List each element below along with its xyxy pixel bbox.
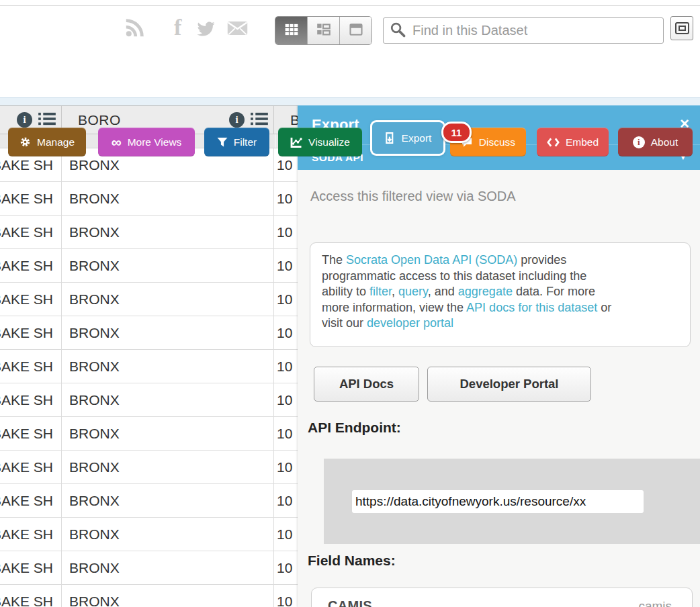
rich-list-view-icon — [317, 23, 331, 39]
grid-view-button[interactable] — [275, 17, 308, 44]
table-cell[interactable]: BAKE SH — [0, 383, 62, 416]
table-cell[interactable]: BAKE SH — [0, 451, 62, 483]
table-cell[interactable]: BAKE SH — [0, 417, 62, 450]
column-menu-icon[interactable] — [38, 112, 56, 128]
email-icon[interactable] — [227, 21, 248, 38]
soda-description-text: provides — [517, 253, 566, 267]
export-doc-icon — [384, 132, 396, 144]
page-view-button[interactable] — [340, 17, 371, 44]
field-names-label: Field Names: — [308, 553, 396, 569]
action-button-row: Manage ∞ More Views Filter Visualize Exp… — [0, 60, 700, 105]
about-button[interactable]: i About — [618, 128, 693, 156]
soda-description-text: visit our — [322, 316, 367, 330]
table-cell[interactable]: BRONX — [62, 417, 274, 450]
filter-button[interactable]: Filter — [204, 128, 269, 156]
action-button-label: Discuss — [479, 136, 515, 148]
export-button[interactable]: Export — [372, 122, 443, 154]
soda-description-link[interactable]: query — [398, 285, 428, 298]
funnel-icon — [217, 137, 228, 148]
action-button-label: Embed — [566, 136, 599, 148]
table-cell[interactable]: BRONX — [62, 585, 274, 607]
view-toggle-group — [275, 16, 372, 45]
table-cell[interactable]: BAKE SH — [0, 182, 62, 215]
soda-description-link[interactable]: API docs for this dataset — [466, 301, 597, 314]
action-button-label: About — [651, 136, 679, 148]
field-names-box: CAMIS camis — [311, 588, 693, 607]
soda-description-text: or — [597, 301, 611, 314]
column-info-icon[interactable]: i — [17, 112, 32, 128]
fullscreen-button[interactable] — [670, 16, 693, 40]
table-cell[interactable]: BAKE SH — [0, 585, 62, 607]
export-panel: Export × SODA API ▼ Access this filtered… — [298, 105, 700, 607]
soda-intro-text: Access this filtered view via SODA — [310, 189, 516, 204]
soda-description-text: data. For more — [513, 285, 595, 298]
soda-description-text: more information, view the — [322, 301, 466, 314]
search-input[interactable] — [411, 22, 657, 39]
twitter-icon[interactable] — [195, 20, 216, 40]
table-cell[interactable]: BRONX — [62, 350, 274, 383]
table-cell[interactable]: BAKE SH — [0, 316, 62, 349]
api-endpoint-input[interactable] — [352, 490, 644, 513]
table-cell[interactable]: BRONX — [62, 316, 274, 349]
soda-description-link[interactable]: Socrata Open Data API (SODA) — [346, 253, 517, 267]
table-cell[interactable]: BRONX — [62, 283, 274, 316]
facebook-icon[interactable]: f — [174, 16, 181, 39]
api-endpoint-label: API Endpoint: — [308, 420, 401, 436]
soda-description-link[interactable]: developer portal — [367, 316, 453, 330]
gear-icon — [19, 136, 31, 148]
search-icon — [390, 21, 406, 40]
table-cell[interactable]: BRONX — [62, 249, 274, 282]
soda-description-link[interactable]: filter — [369, 285, 392, 298]
api-endpoint-box — [324, 459, 700, 544]
rich-list-view-button[interactable] — [308, 17, 340, 44]
field-api-name: camis — [638, 599, 672, 607]
table-cell[interactable]: BAKE SH — [0, 551, 62, 584]
soda-description-text: , — [392, 285, 398, 298]
page-view-icon — [349, 23, 363, 39]
top-divider — [0, 5, 700, 6]
table-cell[interactable]: BAKE SH — [0, 484, 62, 517]
developer-portal-button[interactable]: Developer Portal — [427, 367, 591, 402]
column-menu-icon[interactable] — [251, 112, 268, 128]
visualize-button[interactable]: Visualize — [278, 128, 362, 156]
discuss-count-badge: 11 — [441, 122, 472, 143]
table-cell[interactable]: BAKE SH — [0, 249, 62, 282]
table-cell[interactable]: BAKE SH — [0, 283, 62, 316]
chart-icon — [290, 136, 302, 148]
soda-description-box: The Socrata Open Data API (SODA) provide… — [310, 242, 691, 347]
table-cell[interactable]: BRONX — [62, 551, 274, 584]
field-name: CAMIS — [328, 598, 372, 607]
field-row: CAMIS camis — [328, 598, 672, 607]
table-cell[interactable]: BAKE SH — [0, 216, 62, 248]
action-button-label: Filter — [234, 136, 257, 148]
soda-description-text: , and — [428, 285, 458, 298]
soda-description-link[interactable]: aggregate — [458, 285, 513, 298]
code-brackets-icon — [547, 138, 560, 147]
action-button-label: Export — [402, 132, 432, 144]
manage-button[interactable]: Manage — [8, 128, 86, 156]
table-cell[interactable]: BAKE SH — [0, 350, 62, 383]
action-button-label: More Views — [128, 136, 182, 148]
table-cell[interactable]: BRONX — [62, 383, 274, 416]
action-button-label: Visualize — [308, 136, 350, 148]
soda-description-text: programmatic access to this dataset incl… — [322, 269, 586, 283]
more-views-button[interactable]: ∞ More Views — [98, 128, 195, 156]
action-button-label: Manage — [37, 136, 75, 148]
api-docs-button[interactable]: API Docs — [314, 367, 419, 402]
discuss-button[interactable]: Discuss 11 — [450, 128, 526, 156]
soda-description-text: ability to — [322, 285, 369, 298]
soda-description-text: The — [322, 253, 346, 267]
toolbar-bottom-strip — [0, 97, 700, 105]
table-cell[interactable]: BRONX — [62, 216, 274, 248]
table-cell[interactable]: BRONX — [62, 451, 274, 483]
table-cell[interactable]: BRONX — [62, 518, 274, 551]
column-title: BORO — [78, 112, 121, 128]
table-cell[interactable]: BRONX — [62, 182, 274, 215]
grid-view-icon — [285, 23, 298, 39]
rss-icon[interactable] — [125, 18, 144, 40]
embed-button[interactable]: Embed — [537, 128, 609, 156]
table-cell[interactable]: BAKE SH — [0, 518, 62, 551]
column-info-icon[interactable]: i — [229, 112, 245, 128]
info-circle-icon: i — [633, 136, 645, 148]
table-cell[interactable]: BRONX — [62, 484, 274, 517]
